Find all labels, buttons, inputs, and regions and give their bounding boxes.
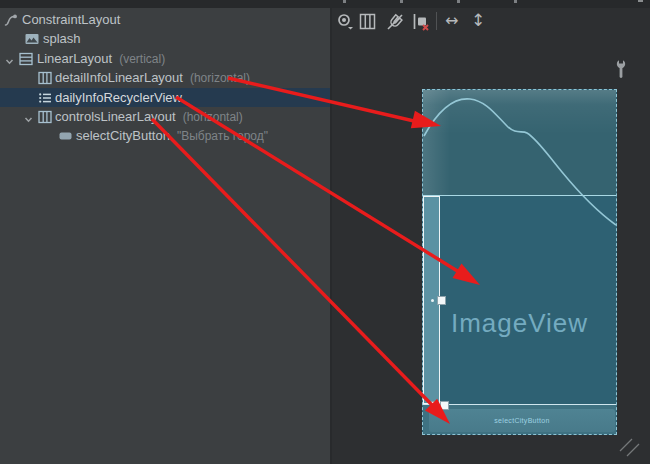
toolbar-remnant-icon	[457, 0, 460, 3]
imageview-placeholder-label: ImageView	[423, 308, 616, 339]
tree-item-label: ConstraintLayout	[22, 10, 120, 29]
tree-item-selectcitybutton[interactable]: selectCityButton"Выбрать город"	[0, 126, 330, 145]
chevron-down-icon[interactable]	[4, 53, 15, 64]
anchor-dot	[431, 299, 434, 302]
tree-item-splash[interactable]: splash	[0, 29, 330, 48]
tree-item-controlslinearlayout[interactable]: controlsLinearLayout(horizontal)	[0, 107, 330, 126]
linearlayout-horizontal-icon	[38, 110, 52, 124]
tree-item-label: LinearLayout	[37, 49, 112, 68]
splash-imageview-region[interactable]	[423, 90, 616, 196]
tree-item-detailinfolinearlayout[interactable]: detailInfoLinearLayout(horizontal)	[0, 68, 330, 87]
constraint-layout-icon	[4, 13, 18, 27]
component-tree-panel: ConstraintLayout splash LinearLayout(ver…	[0, 8, 330, 464]
toolbar-separator	[436, 12, 437, 30]
tree-item-label: detailInfoLinearLayout	[55, 68, 183, 87]
toolbar-remnant-icon	[343, 0, 346, 3]
layout-editor: { "tree": { "items": [ {"label": "Constr…	[0, 0, 650, 464]
column-mode-icon[interactable]	[359, 13, 377, 32]
resize-handle[interactable]	[437, 296, 446, 305]
linearlayout-vertical-icon	[19, 52, 33, 66]
tree-item-label: selectCityButton	[76, 126, 170, 145]
recyclerview-list-icon	[38, 91, 52, 105]
toolbar-remnant-icon	[638, 0, 643, 2]
tree-item-secondary: (horizontal)	[183, 108, 243, 127]
clear-constraints-icon[interactable]	[411, 12, 429, 31]
resize-handle[interactable]	[430, 401, 439, 410]
linearlayout-horizontal-icon	[38, 71, 52, 85]
chevron-down-icon[interactable]	[23, 111, 34, 122]
controls-linearlayout-region[interactable]: selectCityButton	[423, 404, 616, 434]
tree-item-constraintlayout[interactable]: ConstraintLayout	[0, 10, 330, 29]
view-options-eye-icon[interactable]	[335, 12, 353, 31]
tree-item-secondary: (vertical)	[119, 50, 165, 69]
wrench-icon[interactable]	[613, 58, 629, 80]
tree-item-label: controlsLinearLayout	[55, 107, 176, 126]
tree-item-secondary: "Выбрать город"	[177, 127, 268, 146]
design-preview[interactable]: ImageView selectCityButton	[422, 89, 617, 435]
canvas-resize-handle[interactable]	[619, 438, 641, 457]
tree-item-secondary: (horizontal)	[190, 69, 250, 88]
tree-item-label: splash	[43, 29, 81, 48]
top-strip	[0, 0, 650, 8]
resize-handle[interactable]	[440, 401, 449, 410]
select-city-button-preview[interactable]: selectCityButton	[429, 409, 615, 432]
tree-item-label: dailyInfoRecyclerView	[55, 88, 182, 107]
panel-divider[interactable]	[330, 8, 332, 464]
tree-item-linearlayout[interactable]: LinearLayout(vertical)	[0, 49, 330, 68]
toolbar-remnant-icon	[400, 0, 403, 3]
orient-vertical-icon[interactable]: ↕	[471, 11, 485, 29]
tree-item-dailyinforecyclerview[interactable]: dailyInfoRecyclerView	[0, 88, 330, 107]
autoconnect-off-magnet-icon[interactable]	[384, 11, 402, 30]
button-icon	[59, 129, 73, 143]
image-icon	[25, 32, 39, 46]
orient-horizontal-icon[interactable]: ↔	[445, 12, 458, 30]
toolbar-remnant-icon	[514, 0, 517, 3]
